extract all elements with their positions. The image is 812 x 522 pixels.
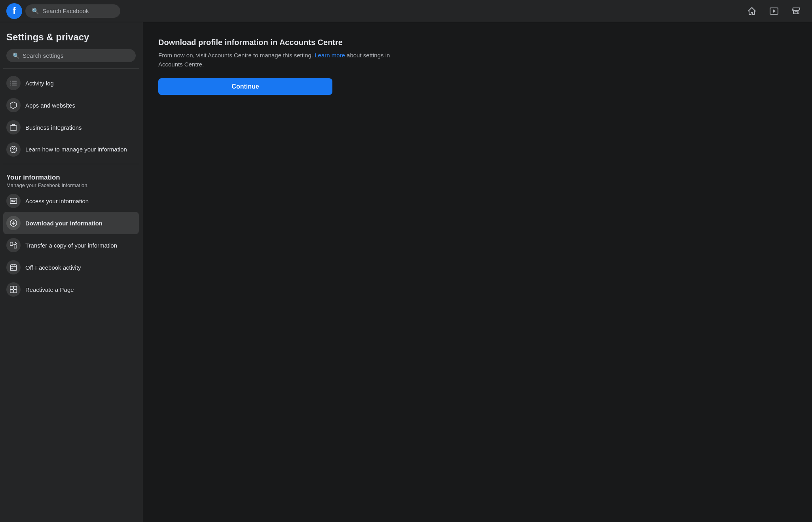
sidebar: Settings & privacy 🔍 Activity log [0,22,142,522]
sidebar-label-learn-manage: Learn how to manage your information [25,146,127,153]
settings-search-bar[interactable]: 🔍 [6,49,136,62]
apps-websites-icon [6,98,21,112]
svg-rect-29 [14,290,17,293]
marketplace-icon [791,6,801,16]
svg-rect-19 [14,245,17,248]
svg-rect-25 [12,268,13,269]
download-info-icon [6,216,21,230]
svg-rect-26 [10,286,13,289]
page-layout: Settings & privacy 🔍 Activity log [0,22,812,522]
main-title: Download profile information in Accounts… [158,38,796,47]
divider-top [3,68,139,69]
svg-rect-28 [10,290,13,293]
sidebar-label-download-info: Download your information [25,220,102,227]
off-facebook-icon [6,260,21,274]
settings-search-icon: 🔍 [13,53,19,59]
sidebar-item-business-integrations[interactable]: Business integrations [3,116,139,138]
learn-more-link[interactable]: Learn more [315,52,345,59]
search-icon: 🔍 [32,8,39,15]
svg-point-13 [11,200,13,201]
sidebar-label-transfer-copy: Transfer a copy of your information [25,242,117,249]
sidebar-item-reactivate-page[interactable]: Reactivate a Page [3,278,139,301]
sidebar-item-download-info[interactable]: Download your information [3,212,139,234]
divider-your-info [3,164,139,164]
svg-point-10 [10,146,17,153]
svg-rect-21 [11,265,17,270]
activity-log-icon [6,76,21,90]
business-integrations-icon [6,120,21,134]
main-content: Download profile information in Accounts… [142,22,812,522]
sidebar-label-off-facebook: Off-Facebook activity [25,264,81,271]
svg-rect-12 [10,198,17,203]
main-description: From now on, visit Accounts Centre to ma… [158,51,396,69]
top-navigation: f 🔍 [0,0,812,22]
nav-icons [742,2,806,21]
learn-manage-icon [6,142,21,157]
home-nav-button[interactable] [742,2,761,21]
home-icon [747,6,757,16]
reactivate-page-icon [6,282,21,297]
sidebar-item-apps-websites[interactable]: Apps and websites [3,94,139,116]
access-info-icon [6,194,21,208]
sidebar-label-business-integrations: Business integrations [25,124,82,131]
transfer-copy-icon [6,238,21,252]
marketplace-nav-button[interactable] [787,2,806,21]
sidebar-label-activity-log: Activity log [25,80,54,87]
description-part1: From now on, visit Accounts Centre to ma… [158,52,313,59]
your-information-section-header: Your information Manage your Facebook in… [3,167,139,190]
your-information-desc: Manage your Facebook information. [6,182,136,188]
sidebar-item-access-info[interactable]: Access your information [3,190,139,212]
sidebar-title: Settings & privacy [3,28,139,49]
svg-rect-9 [10,126,17,130]
settings-search-input[interactable] [23,52,129,59]
svg-rect-27 [14,286,17,289]
facebook-logo: f [6,3,22,19]
svg-marker-1 [773,9,776,13]
search-input[interactable] [42,8,114,14]
your-information-title: Your information [6,174,136,182]
sidebar-label-access-info: Access your information [25,198,89,204]
watch-nav-button[interactable] [765,2,784,21]
sidebar-label-apps-websites: Apps and websites [25,102,75,109]
search-bar[interactable]: 🔍 [25,4,120,18]
sidebar-item-learn-manage[interactable]: Learn how to manage your information [3,138,139,161]
watch-icon [769,6,779,16]
sidebar-item-transfer-copy[interactable]: Transfer a copy of your information [3,234,139,256]
sidebar-label-reactivate-page: Reactivate a Page [25,286,74,293]
continue-button[interactable]: Continue [158,78,332,95]
sidebar-item-off-facebook[interactable]: Off-Facebook activity [3,256,139,278]
sidebar-item-activity-log[interactable]: Activity log [3,72,139,94]
